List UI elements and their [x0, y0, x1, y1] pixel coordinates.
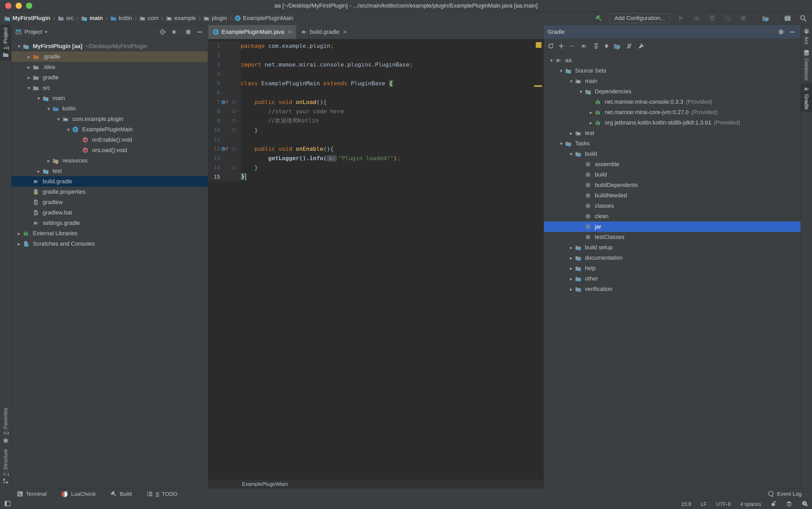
gradle-tree-item-classes[interactable]: classes	[544, 201, 801, 211]
editor-gutter[interactable]: 2	[208, 50, 240, 60]
project-panel-locate-button[interactable]	[158, 28, 167, 36]
tree-toggle-arrow[interactable]: ▸	[587, 109, 595, 115]
code-line-12[interactable]: 12o public void onEnable(){	[208, 144, 544, 154]
stop-button[interactable]	[739, 13, 748, 23]
project-tree-item-test[interactable]: ▸test	[11, 166, 208, 176]
status-hector-button[interactable]	[786, 501, 792, 508]
project-tree-item-gradle[interactable]: ▸.gradle	[11, 52, 208, 62]
project-tree-item-gradlew-bat[interactable]: gradlew.bat	[11, 207, 208, 218]
project-panel-collapse-all-button[interactable]	[170, 28, 178, 36]
code-line-6[interactable]: 6	[208, 88, 544, 97]
gradle-tree-item-assemble[interactable]: assemble	[544, 159, 801, 169]
editor-gutter[interactable]: 4	[208, 69, 240, 78]
inspection-indicator[interactable]	[536, 42, 542, 48]
editor-gutter[interactable]: 1	[208, 41, 240, 50]
project-tree-item-gradle[interactable]: ▸gradle	[11, 72, 208, 83]
editor-gutter[interactable]: 14	[208, 163, 240, 172]
gradle-tree-item-aa[interactable]: ▾aa	[544, 55, 801, 66]
toolwindow-button-luacheck[interactable]: LuaCheck	[61, 490, 96, 498]
gradle-tree-item-org-jetbrains-kotlin-kotlin-stdlib-jdk8-1-3-61[interactable]: ▸org.jetbrains.kotlin:kotlin-stdlib-jdk8…	[544, 117, 801, 128]
editor-gutter[interactable]: 12o	[208, 144, 240, 154]
code-line-3[interactable]: 3import net.mamoe.mirai.console.plugins.…	[208, 60, 544, 69]
editor-tab-examplepluginmain-java[interactable]: CExamplePluginMain.java×	[208, 25, 296, 39]
tree-toggle-arrow[interactable]: ▾	[577, 89, 585, 95]
warning-stripe-mark[interactable]	[534, 85, 542, 87]
tree-toggle-arrow[interactable]: ▾	[567, 151, 575, 157]
tree-toggle-arrow[interactable]: ▾	[55, 116, 62, 122]
stripe-button-gradle[interactable]: Gradle	[801, 83, 812, 112]
gradle-toolbar-offline-button[interactable]	[625, 42, 634, 50]
chevron-down-icon[interactable]: ▾	[45, 29, 47, 35]
project-panel-minimize-button[interactable]	[195, 28, 204, 36]
status-line-separator[interactable]: LF	[701, 501, 707, 507]
minimize-window-button[interactable]	[15, 3, 22, 9]
gradle-tree-item-testclasses[interactable]: testClasses	[544, 232, 801, 242]
gradle-toolbar-minus-dim-button[interactable]	[567, 42, 576, 50]
status-file-encoding[interactable]: UTF-8	[716, 501, 731, 507]
tree-toggle-arrow[interactable]: ▾	[65, 127, 72, 133]
code-line-7[interactable]: 7o public void onLoad(){	[208, 97, 544, 107]
add-configuration-button[interactable]: Add Configuration...	[610, 13, 670, 23]
tree-toggle-arrow[interactable]: ▸	[45, 158, 53, 164]
run-anything-button[interactable]	[783, 13, 792, 23]
project-tree-item-onload-void[interactable]: monLoad():void	[11, 145, 208, 156]
toolwindow-button-6-todo[interactable]: 6: TODO	[147, 490, 177, 497]
project-tree-item-gradlew[interactable]: gradlew	[11, 197, 208, 207]
editor-breadcrumb[interactable]: ExamplePluginMain	[208, 480, 544, 488]
code-line-1[interactable]: 1package com.example.plugin;	[208, 41, 544, 50]
project-tree-item-onenable-void[interactable]: monEnable():void	[11, 135, 208, 145]
editor-tab-build-gradle[interactable]: build.gradle×	[296, 25, 351, 39]
project-tree-item-main[interactable]: ▾main	[11, 93, 208, 103]
gradle-toolbar-refresh-button[interactable]	[547, 42, 555, 50]
toolwindow-button-event-log[interactable]: Event Log	[768, 490, 802, 497]
tree-toggle-arrow[interactable]: ▸	[567, 286, 575, 292]
tree-toggle-arrow[interactable]: ▸	[567, 276, 575, 282]
gradle-toolbar-gradle-elephant-button[interactable]	[580, 42, 588, 50]
breadcrumb-item-com[interactable]: com	[139, 15, 159, 22]
tree-toggle-arrow[interactable]: ▸	[567, 130, 575, 136]
stripe-button-1-project[interactable]: 1: Project	[0, 25, 11, 60]
fold-end-icon[interactable]	[231, 127, 236, 133]
breadcrumb-item-kotlin[interactable]: kotlin	[110, 15, 132, 22]
project-tree-item-scratches-and-consoles[interactable]: ▸Scratches and Consoles	[11, 239, 208, 249]
editor-gutter[interactable]: 9	[208, 116, 240, 125]
tree-toggle-arrow[interactable]: ▸	[567, 255, 575, 261]
breadcrumb-item-plugin[interactable]: plugin	[203, 15, 227, 22]
editor-gutter[interactable]: 5	[208, 78, 240, 88]
gradle-panel-gear-button[interactable]	[777, 28, 785, 36]
tree-toggle-arrow[interactable]: ▾	[45, 106, 53, 112]
project-tree-item-settings-gradle[interactable]: settings.gradle	[11, 218, 208, 228]
tree-toggle-arrow[interactable]: ▾	[548, 58, 555, 63]
gradle-toolbar-plus-button[interactable]	[557, 42, 566, 50]
code-line-11[interactable]: 11	[208, 135, 544, 144]
close-icon[interactable]: ×	[288, 28, 292, 36]
toolwindow-button-terminal[interactable]: Terminal	[17, 490, 46, 497]
fold-end-icon[interactable]	[231, 165, 236, 170]
tree-toggle-arrow[interactable]: ▾	[567, 78, 575, 84]
status-lock-open-button[interactable]	[770, 501, 777, 508]
gradle-tree-item-clean[interactable]: clean	[544, 211, 801, 222]
close-window-button[interactable]	[5, 3, 11, 9]
gradle-tree-item-test[interactable]: ▸test	[544, 128, 801, 138]
fold-start-icon[interactable]	[231, 109, 236, 114]
stripe-button-7-structure[interactable]: 7: Structure	[0, 446, 11, 487]
fold-start-icon[interactable]	[231, 99, 236, 104]
gradle-toolbar-wrench-button[interactable]	[637, 42, 646, 50]
status-help-gear-button[interactable]: ?	[802, 501, 808, 508]
gradle-tree-item-net-mamoe-mirai-core-jvm-0-27-0[interactable]: ▸net.mamoe:mirai-core-jvm:0.27.0(Provide…	[544, 107, 801, 117]
tree-toggle-arrow[interactable]: ▾	[557, 141, 565, 147]
status-indent-setting[interactable]: 4 spaces	[740, 501, 761, 507]
editor-gutter[interactable]: 11	[208, 135, 240, 144]
editor-gutter[interactable]: 8	[208, 107, 240, 116]
editor-gutter[interactable]: 13	[208, 154, 240, 163]
tree-toggle-arrow[interactable]: ▾	[15, 43, 23, 49]
gradle-tree-item-jar[interactable]: jar	[544, 222, 801, 232]
gradle-tree-item-build[interactable]: ▾build	[544, 149, 801, 159]
search-everywhere-button[interactable]	[799, 13, 808, 23]
gradle-toolbar-collapse-all-button[interactable]	[602, 42, 611, 50]
editor-gutter[interactable]: 10	[208, 125, 240, 135]
project-tree-item-build-gradle[interactable]: build.gradle	[11, 176, 208, 186]
tree-toggle-arrow[interactable]: ▾	[35, 95, 43, 101]
gradle-tree-item-main[interactable]: ▾main	[544, 76, 801, 86]
run-with-coverage-button[interactable]	[708, 13, 717, 23]
